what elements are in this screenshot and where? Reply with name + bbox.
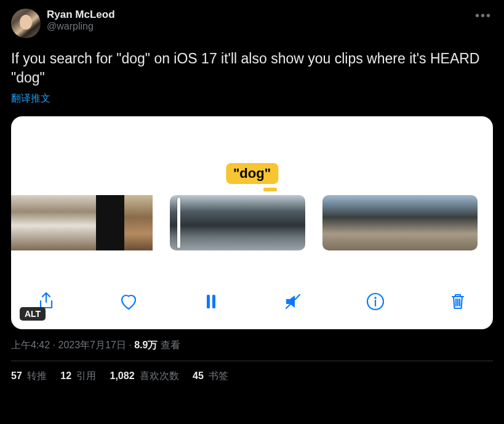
bookmarks-stat[interactable]: 45 书签	[193, 370, 228, 383]
clip-group-2[interactable]	[170, 195, 305, 250]
svg-rect-1	[212, 295, 215, 308]
search-tag-bubble: "dog"	[226, 163, 278, 184]
scrubber-handle[interactable]	[177, 198, 180, 248]
likes-stat[interactable]: 1,082 喜欢次数	[110, 370, 180, 383]
quotes-stat[interactable]: 12 引用	[60, 370, 96, 383]
tweet-header: Ryan McLeod @warpling •••	[11, 9, 493, 38]
translate-link[interactable]: 翻译推文	[11, 92, 493, 105]
clip-group-3[interactable]	[322, 195, 478, 250]
tweet-meta: 上午4:42 · 2023年7月17日 · 8.9万 查看	[11, 339, 493, 352]
engagement-stats: 57 转推 12 引用 1,082 喜欢次数 45 书签	[11, 370, 493, 383]
views-count: 8.9万	[134, 340, 158, 350]
tweet-date[interactable]: 2023年7月17日	[58, 340, 126, 350]
retweets-stat[interactable]: 57 转推	[11, 370, 47, 383]
user-info[interactable]: Ryan McLeod @warpling	[47, 9, 115, 32]
user-handle: @warpling	[47, 21, 115, 32]
tweet-time[interactable]: 上午4:42	[11, 340, 50, 350]
heart-icon[interactable]	[118, 291, 139, 314]
trash-icon[interactable]	[447, 291, 468, 314]
svg-point-4	[374, 297, 377, 299]
tweet-container: Ryan McLeod @warpling ••• If you search …	[0, 0, 504, 383]
clip-group-1[interactable]	[11, 195, 153, 250]
tweet-text: If you search for "dog" on iOS 17 it'll …	[11, 49, 493, 87]
alt-badge[interactable]: ALT	[20, 307, 46, 321]
views-label: 查看	[158, 340, 180, 350]
more-options-icon[interactable]: •••	[475, 9, 492, 23]
divider	[11, 361, 493, 361]
mute-icon[interactable]	[282, 291, 303, 314]
media-toolbar	[11, 291, 493, 314]
search-tag-marker	[263, 188, 277, 191]
media-attachment[interactable]: "dog"	[11, 116, 493, 329]
avatar[interactable]	[11, 9, 41, 38]
display-name: Ryan McLeod	[47, 9, 115, 21]
svg-rect-0	[207, 295, 210, 308]
pause-icon[interactable]	[201, 291, 222, 314]
video-filmstrip	[11, 195, 493, 250]
info-icon[interactable]	[365, 291, 386, 314]
